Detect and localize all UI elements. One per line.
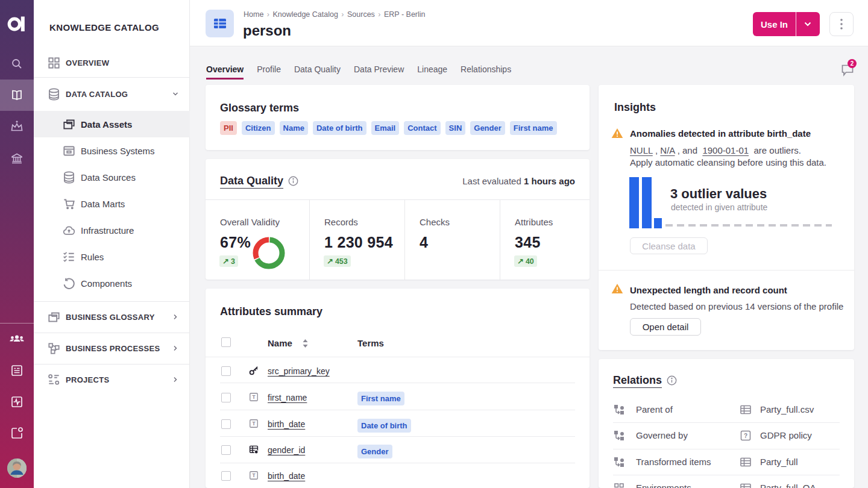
- svg-text:T: T: [252, 421, 256, 427]
- svg-text:?: ?: [744, 432, 747, 439]
- svg-text:T: T: [252, 394, 256, 400]
- svg-text:T: T: [252, 472, 256, 478]
